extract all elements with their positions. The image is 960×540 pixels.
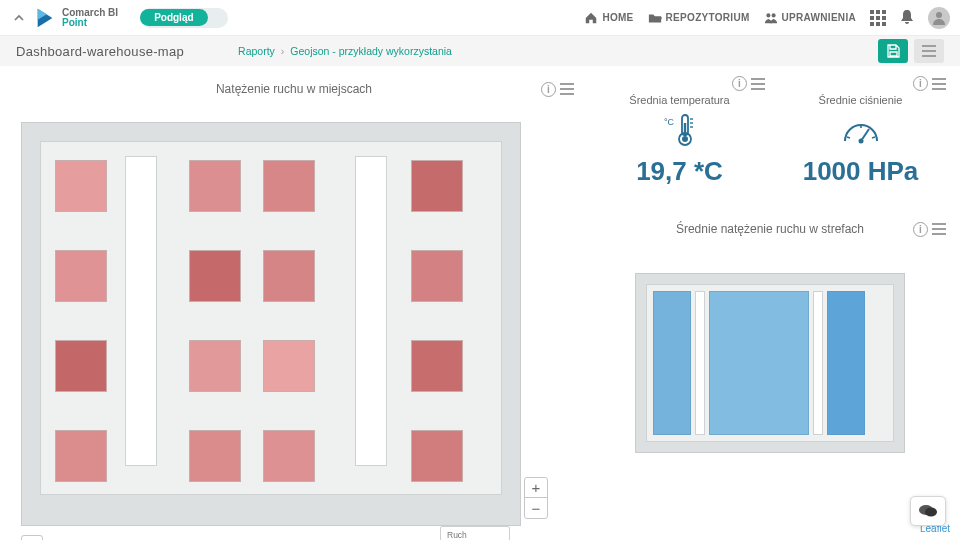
heatmap-cell[interactable] bbox=[189, 250, 241, 302]
add-layer-button[interactable]: + bbox=[21, 535, 43, 540]
traffic-title: Natężenie ruchu w miejscach bbox=[14, 82, 574, 96]
svg-text:°C: °C bbox=[664, 117, 675, 127]
avg-temp-title: Średnia temperatura bbox=[594, 94, 765, 106]
svg-line-15 bbox=[847, 137, 850, 138]
zones-tools: i bbox=[913, 222, 946, 237]
aisle bbox=[355, 156, 387, 466]
nav-repository[interactable]: REPOZYTORIUM bbox=[648, 11, 750, 25]
save-icon bbox=[886, 44, 900, 58]
zoom-in-button[interactable]: + bbox=[525, 478, 547, 498]
info-icon[interactable]: i bbox=[913, 76, 928, 91]
breadcrumb-sep: › bbox=[281, 45, 285, 57]
hamburger-icon bbox=[922, 45, 936, 57]
heatmap-cell[interactable] bbox=[189, 340, 241, 392]
zone-aisle[interactable] bbox=[695, 291, 705, 435]
press-tools: i bbox=[913, 76, 946, 91]
home-icon bbox=[584, 11, 598, 25]
warehouse-map[interactable]: + − + Ruch 1.00 100,00 bbox=[21, 122, 521, 526]
breadcrumb-root[interactable]: Raporty bbox=[238, 45, 275, 57]
svg-line-16 bbox=[872, 137, 875, 138]
heatmap-cell[interactable] bbox=[55, 340, 107, 392]
mode-label: Podgląd bbox=[140, 9, 207, 26]
heatmap-cell[interactable] bbox=[55, 160, 107, 212]
heatmap-cell[interactable] bbox=[411, 430, 463, 482]
nav-perm-label: UPRAWNIENIA bbox=[782, 12, 856, 23]
info-icon[interactable]: i bbox=[913, 222, 928, 237]
breadcrumb-current: Geojson - przykłady wykorzystania bbox=[290, 45, 452, 57]
traffic-places-panel: Natężenie ruchu w miejscach i + − + Ruch… bbox=[14, 76, 574, 540]
brand-mark-icon bbox=[34, 7, 56, 29]
subnav-actions bbox=[878, 39, 944, 63]
panel-menu-button[interactable] bbox=[914, 39, 944, 63]
heatmap-cell[interactable] bbox=[55, 250, 107, 302]
thermometer-icon: °C bbox=[594, 114, 765, 146]
zones-map[interactable] bbox=[635, 273, 905, 453]
heatmap-cell[interactable] bbox=[55, 430, 107, 482]
heatmap-cell[interactable] bbox=[263, 340, 315, 392]
svg-point-8 bbox=[682, 136, 688, 142]
main-area: Natężenie ruchu w miejscach i + − + Ruch… bbox=[0, 66, 960, 540]
zone-block[interactable] bbox=[709, 291, 809, 435]
traffic-panel-tools: i bbox=[541, 82, 574, 97]
user-avatar[interactable] bbox=[928, 7, 950, 29]
avg-temp-panel: i Średnia temperatura °C 19,7 *C bbox=[594, 76, 765, 187]
bell-icon[interactable] bbox=[900, 9, 914, 27]
heatmap-cell[interactable] bbox=[411, 340, 463, 392]
nav-home[interactable]: HOME bbox=[584, 11, 633, 25]
heatmap-cell[interactable] bbox=[263, 430, 315, 482]
users-icon bbox=[764, 11, 778, 25]
nav-permissions[interactable]: UPRAWNIENIA bbox=[764, 11, 856, 25]
panel-menu-icon[interactable] bbox=[932, 78, 946, 90]
svg-point-14 bbox=[858, 139, 863, 144]
folder-open-icon bbox=[648, 11, 662, 25]
panel-menu-icon[interactable] bbox=[751, 78, 765, 90]
save-button[interactable] bbox=[878, 39, 908, 63]
temp-tools: i bbox=[732, 76, 765, 91]
collapse-chevron-icon[interactable] bbox=[10, 9, 28, 27]
svg-point-19 bbox=[925, 508, 937, 517]
chat-button[interactable] bbox=[910, 496, 946, 526]
user-icon bbox=[931, 10, 947, 26]
zone-block[interactable] bbox=[653, 291, 691, 435]
info-icon[interactable]: i bbox=[732, 76, 747, 91]
heatmap-cell[interactable] bbox=[263, 160, 315, 212]
panel-menu-icon[interactable] bbox=[932, 223, 946, 235]
heatmap-cell[interactable] bbox=[411, 160, 463, 212]
zoom-control: + − bbox=[524, 477, 548, 519]
subnav: Dashboard-warehouse-map Raporty › Geojso… bbox=[0, 36, 960, 66]
metrics-row: i Średnia temperatura °C 19,7 *C i Średn… bbox=[594, 76, 946, 187]
chat-icon bbox=[918, 503, 938, 519]
nav-home-label: HOME bbox=[602, 12, 633, 23]
svg-point-3 bbox=[771, 13, 775, 17]
apps-grid-icon[interactable] bbox=[870, 10, 886, 26]
zones-panel: Średnie natężenie ruchu w strefach i bbox=[594, 219, 946, 453]
panel-menu-icon[interactable] bbox=[560, 83, 574, 95]
topbar: Comarch BI Point Podgląd HOME REPOZYTORI… bbox=[0, 0, 960, 36]
top-nav: HOME REPOZYTORIUM UPRAWNIENIA bbox=[584, 7, 950, 29]
heatmap-legend: Ruch 1.00 100,00 bbox=[440, 526, 510, 540]
brand-text: Comarch BI Point bbox=[62, 8, 118, 28]
avg-pressure-title: Średnie ciśnienie bbox=[775, 94, 946, 106]
heatmap-cell[interactable] bbox=[263, 250, 315, 302]
nav-repo-label: REPOZYTORIUM bbox=[666, 12, 750, 23]
heatmap-cell[interactable] bbox=[411, 250, 463, 302]
brand-logo[interactable]: Comarch BI Point bbox=[34, 7, 118, 29]
avg-pressure-panel: i Średnie ciśnienie 1000 HPa bbox=[775, 76, 946, 187]
svg-point-2 bbox=[766, 13, 770, 17]
info-icon[interactable]: i bbox=[541, 82, 556, 97]
avg-temp-value: 19,7 *C bbox=[594, 156, 765, 187]
gauge-icon bbox=[775, 114, 946, 146]
dashboard-title: Dashboard-warehouse-map bbox=[16, 44, 184, 59]
zones-title: Średnie natężenie ruchu w strefach bbox=[594, 222, 946, 236]
heatmap-cell[interactable] bbox=[189, 430, 241, 482]
aisle bbox=[125, 156, 157, 466]
zoom-out-button[interactable]: − bbox=[525, 498, 547, 518]
zone-block[interactable] bbox=[827, 291, 865, 435]
legend-label: Ruch bbox=[447, 530, 503, 540]
heatmap-cell[interactable] bbox=[189, 160, 241, 212]
svg-point-4 bbox=[936, 12, 942, 18]
mode-toggle[interactable]: Podgląd bbox=[140, 8, 228, 28]
breadcrumb: Raporty › Geojson - przykłady wykorzysta… bbox=[238, 45, 452, 57]
avg-pressure-value: 1000 HPa bbox=[775, 156, 946, 187]
zone-aisle[interactable] bbox=[813, 291, 823, 435]
